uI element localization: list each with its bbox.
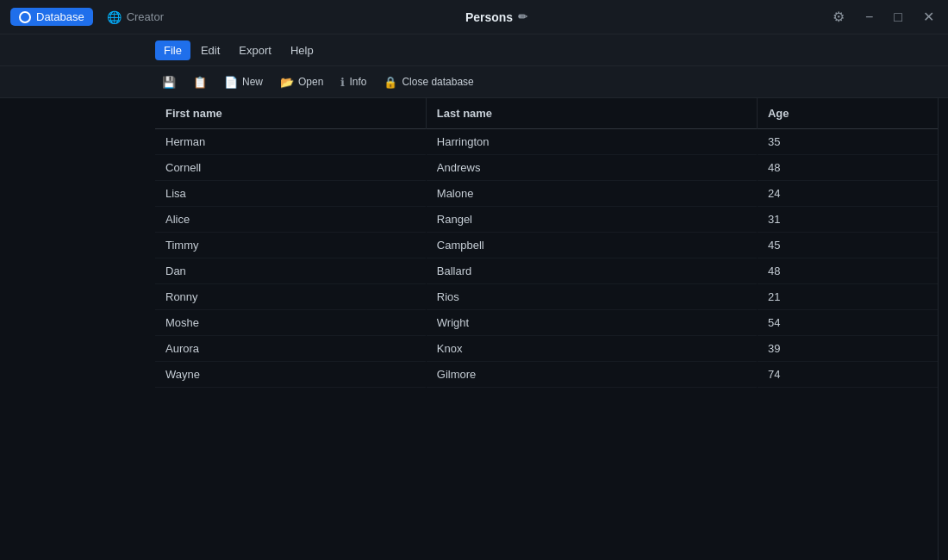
minimize-button[interactable]: −: [862, 8, 876, 27]
cell-age: 24: [757, 181, 938, 207]
cell-first_name: Dan: [155, 258, 426, 284]
maximize-icon: □: [894, 9, 902, 25]
menubar: FileEditExportHelp: [0, 34, 948, 66]
cell-last_name: Andrews: [426, 155, 757, 181]
settings-icon: ⚙: [833, 9, 845, 25]
cell-age: 21: [757, 284, 938, 310]
cell-age: 39: [757, 336, 938, 362]
main-content: First nameLast nameAge HermanHarrington3…: [0, 98, 948, 560]
toolbar: 💾📋📄New📂OpenℹInfo🔒Close database: [0, 66, 948, 98]
titlebar-right: ⚙ − □ ✕: [829, 7, 938, 27]
table-row[interactable]: DanBallard48: [155, 258, 938, 284]
cell-first_name: Moshe: [155, 310, 426, 336]
table-row[interactable]: HermanHarrington35: [155, 129, 938, 155]
info-button-label: Info: [349, 76, 366, 88]
database-tab[interactable]: Database: [10, 8, 93, 26]
menu-item-edit[interactable]: Edit: [192, 40, 228, 60]
save-icon: 💾: [162, 76, 176, 89]
info-icon: ℹ: [340, 76, 345, 89]
cell-last_name: Rios: [426, 284, 757, 310]
cell-first_name: Lisa: [155, 181, 426, 207]
close-db-button-label: Close database: [402, 76, 473, 88]
info-button[interactable]: ℹInfo: [334, 72, 373, 92]
cell-last_name: Harrington: [426, 129, 757, 155]
cell-first_name: Aurora: [155, 336, 426, 362]
right-panel: [938, 98, 948, 560]
cell-last_name: Malone: [426, 181, 757, 207]
cell-age: 54: [757, 310, 938, 336]
cell-age: 74: [757, 362, 938, 388]
persons-table: First nameLast nameAge HermanHarrington3…: [155, 98, 938, 388]
cell-first_name: Ronny: [155, 284, 426, 310]
col-header-first_name: First name: [155, 98, 426, 129]
table-row[interactable]: LisaMalone24: [155, 181, 938, 207]
creator-tab[interactable]: 🌐 Creator: [107, 10, 164, 24]
save-button[interactable]: 💾: [155, 72, 183, 92]
cell-first_name: Alice: [155, 207, 426, 233]
menu-item-export[interactable]: Export: [230, 40, 280, 60]
new-button[interactable]: 📄New: [217, 72, 270, 92]
cell-last_name: Campbell: [426, 233, 757, 258]
cell-last_name: Rangel: [426, 207, 757, 233]
creator-label: Creator: [127, 10, 164, 23]
new-icon: 📄: [224, 76, 238, 89]
cell-last_name: Ballard: [426, 258, 757, 284]
globe-icon: 🌐: [107, 10, 122, 24]
cell-age: 48: [757, 258, 938, 284]
col-header-last_name: Last name: [426, 98, 757, 129]
menu-item-help[interactable]: Help: [282, 40, 322, 60]
database-icon: [19, 11, 31, 23]
cell-age: 35: [757, 129, 938, 155]
cell-first_name: Herman: [155, 129, 426, 155]
table-container[interactable]: First nameLast nameAge HermanHarrington3…: [155, 98, 938, 560]
new-button-label: New: [242, 76, 263, 88]
minimize-icon: −: [865, 9, 873, 25]
titlebar-left: Database 🌐 Creator: [10, 8, 164, 26]
close-icon: ✕: [923, 9, 934, 25]
cell-last_name: Wright: [426, 310, 757, 336]
cell-first_name: Timmy: [155, 233, 426, 258]
settings-button[interactable]: ⚙: [829, 7, 848, 27]
edit-title-icon[interactable]: ✏: [518, 10, 527, 23]
open-button-label: Open: [298, 76, 323, 88]
table-row[interactable]: MosheWright54: [155, 310, 938, 336]
table-row[interactable]: TimmyCampbell45: [155, 233, 938, 258]
open-icon: 📂: [280, 76, 294, 89]
table-row[interactable]: RonnyRios21: [155, 284, 938, 310]
save-as-icon: 📋: [193, 76, 207, 89]
table-row[interactable]: WayneGilmore74: [155, 362, 938, 388]
cell-last_name: Knox: [426, 336, 757, 362]
close-db-button[interactable]: 🔒Close database: [377, 72, 480, 92]
open-button[interactable]: 📂Open: [273, 72, 330, 92]
titlebar: Database 🌐 Creator Persons ✏ ⚙ − □ ✕: [0, 0, 948, 34]
cell-age: 45: [757, 233, 938, 258]
col-header-age: Age: [757, 98, 938, 129]
window-title: Persons: [465, 10, 513, 24]
maximize-button[interactable]: □: [890, 8, 906, 27]
database-label: Database: [36, 10, 84, 23]
cell-first_name: Wayne: [155, 362, 426, 388]
cell-age: 48: [757, 155, 938, 181]
menu-item-file[interactable]: File: [155, 40, 190, 60]
save-as-button[interactable]: 📋: [186, 72, 214, 92]
titlebar-center: Persons ✏: [164, 10, 829, 24]
table-row[interactable]: AuroraKnox39: [155, 336, 938, 362]
cell-first_name: Cornell: [155, 155, 426, 181]
close-button[interactable]: ✕: [920, 7, 938, 27]
close-db-icon: 🔒: [384, 76, 397, 89]
cell-last_name: Gilmore: [426, 362, 757, 388]
table-row[interactable]: AliceRangel31: [155, 207, 938, 233]
table-row[interactable]: CornellAndrews48: [155, 155, 938, 181]
cell-age: 31: [757, 207, 938, 233]
